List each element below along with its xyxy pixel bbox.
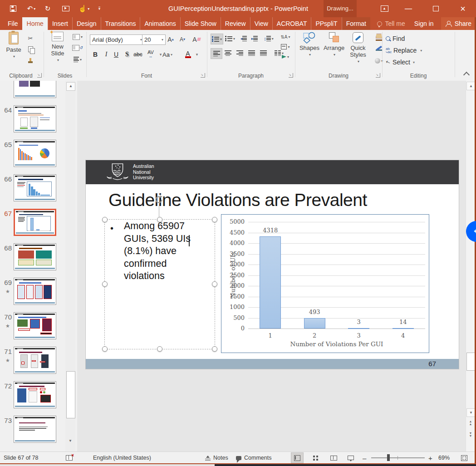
resize-handle[interactable]	[212, 346, 217, 352]
font-dialog-launcher[interactable]: ↘	[201, 73, 205, 78]
slide-thumbnail-68[interactable]	[14, 243, 56, 270]
increase-indent-button[interactable]: ▸	[250, 34, 260, 44]
save-button[interactable]	[7, 2, 19, 15]
panel-scrollbar[interactable]: ▲ ▼	[65, 81, 75, 451]
bold-button[interactable]: B	[91, 49, 100, 60]
slide-layout-button[interactable]: ▾	[71, 33, 84, 41]
tab-ppsplit[interactable]: PPspliT	[311, 17, 341, 30]
scroll-up-arrow-icon[interactable]: ▲	[66, 82, 75, 91]
cut-button[interactable]: ✂	[25, 34, 35, 43]
slide-canvas[interactable]: Australian National University Guideline…	[85, 160, 459, 369]
share-button[interactable]: Share	[441, 17, 476, 30]
italic-button[interactable]: I	[102, 49, 111, 60]
character-spacing-button[interactable]: AV↔	[146, 49, 155, 60]
slide-thumbnail[interactable]	[14, 81, 56, 98]
font-name-combobox[interactable]: Arial (Body)▾	[90, 34, 144, 45]
tab-design[interactable]: Design	[72, 17, 101, 30]
align-center-button[interactable]	[222, 48, 233, 58]
rotate-handle[interactable]	[154, 195, 164, 206]
scrollbar-thumb[interactable]	[466, 353, 475, 371]
fit-slide-to-window-button[interactable]	[461, 452, 467, 464]
collapse-ribbon-button[interactable]	[462, 72, 471, 78]
scroll-down-arrow-icon[interactable]: ▼	[466, 408, 476, 417]
slide-thumbnail-67[interactable]	[14, 209, 56, 236]
slide-body-text[interactable]: Among 65907 GUIs, 5369 UIs (8.1%) have c…	[124, 220, 200, 283]
text-shadow-button[interactable]: S	[123, 49, 132, 60]
line-spacing-button[interactable]: ↕▾	[262, 34, 275, 44]
tab-insert[interactable]: Insert	[48, 17, 72, 30]
bullets-button[interactable]: ▾	[211, 34, 223, 44]
vertical-scrollbar[interactable]: ▲ ▼ ▲▲ ▼▼	[466, 81, 475, 451]
text-direction-button[interactable]: ⇅A▾	[278, 33, 293, 41]
paste-button[interactable]: Paste ▾	[4, 32, 24, 60]
zoom-level[interactable]: 69%	[438, 452, 450, 464]
reset-slide-button[interactable]: ↺	[71, 44, 84, 52]
align-right-button[interactable]	[234, 48, 245, 58]
slide-thumbnail-66[interactable]	[14, 174, 56, 201]
new-slide-button[interactable]: ✦ New Slide ▾	[46, 32, 69, 64]
tab-file[interactable]: File	[4, 17, 22, 30]
justify-button[interactable]	[246, 48, 257, 58]
zoom-out-button[interactable]: –	[363, 452, 366, 464]
underline-button[interactable]: U	[112, 49, 121, 60]
undo-button[interactable]: ↶▾	[25, 2, 37, 15]
redo-button[interactable]: ↻	[42, 2, 54, 15]
slide-indicator[interactable]: Slide 67 of 78	[4, 452, 38, 464]
select-button[interactable]: ↖Select▾	[386, 57, 415, 67]
slide-thumbnail-64[interactable]	[14, 105, 56, 132]
slide-thumbnail-73[interactable]	[14, 416, 56, 443]
columns-button[interactable]: ▾	[271, 48, 287, 58]
shrink-font-button[interactable]: A▾	[177, 34, 188, 44]
quick-styles-button[interactable]: Quick Styles ▾	[347, 32, 369, 65]
tab-format[interactable]: Format	[342, 17, 370, 30]
slide-thumbnail-69[interactable]	[14, 278, 56, 305]
find-button[interactable]: Find	[386, 34, 405, 44]
resize-handle[interactable]	[157, 217, 162, 222]
numbering-button[interactable]: ▾	[224, 34, 236, 44]
copy-button[interactable]	[25, 44, 35, 54]
clipboard-dialog-launcher[interactable]: ↘	[37, 73, 42, 78]
zoom-in-button[interactable]: +	[428, 452, 432, 464]
scroll-down-arrow-icon[interactable]: ▼	[66, 437, 74, 445]
ribbon-display-options-button[interactable]: ▴	[375, 0, 394, 17]
grow-font-button[interactable]: A▴	[165, 34, 176, 44]
strikethrough-button[interactable]: abc	[133, 49, 142, 60]
language-indicator[interactable]: English (United States)	[93, 452, 151, 464]
slide-thumbnail-70[interactable]	[14, 312, 56, 339]
normal-view-button[interactable]	[291, 452, 304, 463]
replace-button[interactable]: ab⤷acReplace▾	[386, 45, 422, 55]
notes-button[interactable]: Notes	[205, 452, 228, 464]
tab-review[interactable]: Review	[221, 17, 250, 30]
slide-thumbnail-71[interactable]	[14, 347, 56, 374]
close-button[interactable]: ×	[453, 0, 472, 17]
next-slide-button[interactable]: ▼▼	[466, 432, 475, 437]
bar-chart-object[interactable]: Number of UIs 05001000150020002500300035…	[221, 214, 429, 353]
sign-in-button[interactable]: Sign in	[410, 17, 438, 30]
align-left-button[interactable]	[211, 48, 222, 59]
tell-me-box[interactable]: Tell me	[373, 17, 409, 30]
touch-mode-button[interactable]: ☝▾	[78, 2, 90, 15]
decrease-indent-button[interactable]: ◂	[239, 34, 249, 44]
tab-slide-show[interactable]: Slide Show	[180, 17, 221, 30]
minimize-button[interactable]: —	[399, 0, 418, 17]
arrange-button[interactable]: Arrange ▾	[322, 32, 346, 58]
scroll-up-arrow-icon[interactable]: ▲	[466, 82, 476, 90]
shape-outline-button[interactable]	[371, 44, 387, 54]
tab-transitions[interactable]: Transitions	[101, 17, 140, 30]
zoom-slider-thumb[interactable]	[387, 454, 390, 461]
reading-view-button[interactable]	[327, 452, 340, 463]
font-color-button[interactable]: A	[183, 49, 192, 60]
customize-qat-button[interactable]: ▾	[93, 2, 105, 15]
spell-check-button[interactable]	[66, 452, 73, 464]
tab-view[interactable]: View	[250, 17, 272, 30]
shape-effects-button[interactable]: ▾	[371, 56, 387, 65]
slideshow-view-button[interactable]	[344, 452, 357, 463]
paragraph-dialog-launcher[interactable]: ↘	[289, 73, 293, 78]
slide-title[interactable]: Guideline Violations are Prevalent	[108, 190, 367, 210]
slide-sorter-view-button[interactable]	[309, 452, 322, 463]
start-slideshow-button[interactable]	[60, 2, 72, 15]
change-case-button[interactable]: Aa▾	[162, 49, 172, 60]
resize-handle[interactable]	[157, 346, 162, 352]
resize-handle[interactable]	[102, 217, 108, 222]
panel-scrollbar-thumb[interactable]	[66, 371, 75, 418]
